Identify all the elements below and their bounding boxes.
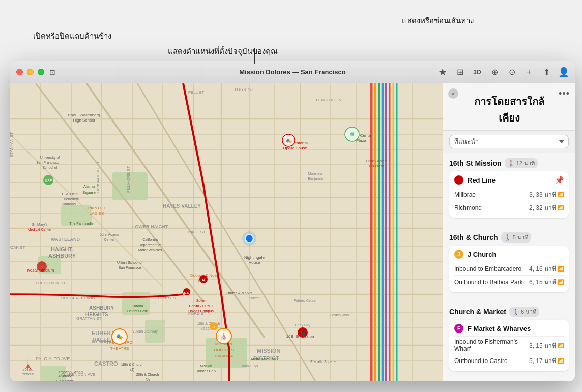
svg-text:HEIGHTS: HEIGHTS [85, 312, 108, 317]
svg-text:Urban School of: Urban School of [117, 261, 142, 264]
route-time-fishermans: 3, 15 นาที 📶 [529, 341, 564, 350]
section-church-market: Church & Market 🚶 6 นาที F F Market & Wh… [443, 301, 575, 376]
svg-text:Benedetti: Benedetti [64, 197, 79, 201]
filter-select[interactable]: ที่แนะนำ รถบัส รถไฟ เรือ [449, 135, 569, 148]
route-embarcadero: Inbound to Embarcadero 4, 16 นาที 📶 [454, 262, 564, 275]
sidebar-close-button[interactable]: × [448, 88, 458, 99]
svg-text:HENRY ST: HENRY ST [158, 296, 178, 300]
svg-text:Alamo: Alamo [83, 184, 95, 189]
section-header-church: 16th & Church 🚶 5 นาที [449, 232, 569, 243]
f-line-dot: F [454, 324, 463, 333]
svg-text:DIVISADERO ST: DIVISADERO ST [96, 161, 100, 193]
svg-text:(J): (J) [146, 378, 150, 381]
svg-text:N: N [202, 278, 205, 282]
transit-line-red[interactable]: Red Line 📌 Millbrae 3, 33 นาที 📶 Richmon… [449, 171, 569, 218]
titlebar: ⊡ Mission Dolores — San Francisco ⊞ 3D ⊕… [10, 61, 575, 83]
main-window: ⊡ Mission Dolores — San Francisco ⊞ 3D ⊕… [10, 61, 575, 381]
route-dest-richmond: Richmond [454, 204, 529, 212]
svg-text:Shizen: Shizen [249, 296, 260, 300]
section-16th-st-mission: 16th St Mission 🚶 12 นาที Red Line 📌 Mil… [443, 153, 575, 223]
minimize-button[interactable] [27, 69, 34, 75]
svg-text:🏛: 🏛 [350, 132, 355, 137]
section-badge-16th: 🚶 12 นาที [505, 158, 538, 168]
pin-icon: 📌 [555, 176, 564, 184]
route-millbrae: Millbrae 3, 33 นาที 📶 [454, 188, 564, 201]
annotation-routes: แสดงหรือซ่อนเส้นทาง [402, 15, 474, 26]
svg-text:Vulcan Stairway: Vulcan Stairway [132, 329, 158, 334]
svg-text:Elementary: Elementary [56, 379, 74, 381]
svg-text:High School: High School [73, 118, 95, 123]
svg-text:🗼: 🗼 [23, 359, 33, 369]
svg-text:Alvarado: Alvarado [58, 374, 72, 378]
route-dest-embarcadero: Inbound to Embarcadero [454, 265, 529, 273]
line-header-red: Red Line 📌 [454, 175, 564, 185]
window-title: Mission Dolores — San Francisco [239, 68, 346, 76]
layers-button[interactable]: ⊞ [455, 67, 465, 77]
route-richmond: Richmond 2, 32 นาที 📶 [454, 201, 564, 214]
svg-text:TOWER: TOWER [22, 373, 34, 376]
svg-text:ROOSEVELT WAY: ROOSEVELT WAY [61, 296, 96, 300]
svg-text:DOLORES: DOLORES [214, 348, 234, 352]
transit-line-f[interactable]: F F Market & Wharves Inbound to Fisherma… [449, 320, 569, 371]
maximize-button[interactable] [38, 69, 44, 75]
svg-text:Heights Park: Heights Park [127, 309, 148, 313]
svg-text:Costco Who...: Costco Who... [330, 313, 352, 317]
svg-text:Civic Center/: Civic Center/ [366, 159, 387, 163]
section-16th-church: 16th & Church 🚶 5 นาที J J Church Inboun… [443, 227, 575, 297]
route-dest-castro: Outbound to Castro [454, 357, 529, 365]
sidebar-toggle-icon[interactable]: ⊡ [49, 68, 55, 76]
route-dest-fishermans: Inbound to Fisherman's Wharf [454, 338, 529, 352]
routes-button[interactable]: ⊙ [507, 67, 517, 77]
section-header-16th: 16th St Mission 🚶 12 นาที [449, 158, 569, 168]
sidebar-more-button[interactable]: ••• [559, 88, 570, 99]
map-area[interactable]: TURK ST TENDERLOIN STANYAN ST DIVISADERO… [10, 83, 443, 381]
svg-text:St. Mary's: St. Mary's [32, 223, 48, 227]
svg-text:K: K [41, 265, 43, 269]
svg-text:Opera House: Opera House [283, 146, 307, 150]
profile-button[interactable]: 👤 [559, 67, 569, 77]
route-time-castro: 5, 17 นาที 📶 [529, 356, 564, 366]
section-title-market: Church & Market [449, 308, 506, 316]
annotation-location: แสดงตำแหน่งที่ตั้งปัจจุบันของคุณ [168, 46, 278, 56]
svg-text:Square: Square [82, 190, 96, 195]
share-button[interactable]: ⬆ [541, 67, 551, 77]
svg-text:HAYES VALLEY: HAYES VALLEY [163, 203, 201, 209]
route-balboa: Outbound to Balboa Park 6, 15 นาที 📶 [454, 275, 564, 288]
svg-text:FELL ST: FELL ST [188, 90, 204, 95]
svg-text:FILLMORE ST: FILLMORE ST [126, 166, 131, 193]
svg-text:Rooftop School: Rooftop School [59, 370, 83, 374]
svg-text:Sutter: Sutter [196, 299, 206, 303]
j-line-dot: J [454, 250, 463, 259]
svg-text:Potrero Center: Potrero Center [294, 299, 317, 303]
svg-text:TURK ST: TURK ST [234, 87, 254, 92]
annotation-sidebar: เปิดหรือปิดแถบด้านข้าง [33, 31, 111, 41]
svg-text:PAINTED: PAINTED [88, 206, 105, 210]
transit-button[interactable]: ⊕ [489, 67, 500, 77]
svg-text:LOWER HAIGHT: LOWER HAIGHT [132, 224, 168, 229]
svg-text:PALO ALTO AVE: PALO ALTO AVE [36, 356, 70, 361]
svg-text:ASHBURY: ASHBURY [48, 253, 76, 259]
line-header-j: J J Church [454, 250, 564, 259]
svg-text:BASILICA: BASILICA [215, 354, 234, 358]
svg-text:Franklin Square: Franklin Square [310, 360, 336, 364]
svg-text:The Panhandle: The Panhandle [69, 222, 94, 225]
svg-text:USF Field: USF Field [62, 192, 77, 196]
svg-text:🎭: 🎭 [286, 138, 292, 144]
sidebar-filter: ที่แนะนำ รถบัส รถไฟ เรือ [443, 131, 575, 153]
svg-text:J: J [213, 325, 215, 329]
3d-button[interactable]: 3D [472, 67, 482, 77]
svg-text:Diamond: Diamond [62, 202, 76, 206]
svg-text:(J,22): (J,22) [201, 327, 211, 331]
section-header-market: Church & Market 🚶 6 นาที [449, 307, 569, 317]
route-castro: Outbound to Castro 5, 17 นาที 📶 [454, 354, 564, 367]
svg-text:Raoul Wallenberg: Raoul Wallenberg [68, 113, 100, 117]
svg-text:California: California [142, 238, 158, 242]
zoom-in-button[interactable]: + [524, 67, 534, 77]
sidebar-title: การโดยสารใกล้เคียง [449, 94, 569, 126]
location-button[interactable] [438, 67, 448, 77]
svg-text:Center: Center [104, 238, 115, 242]
svg-text:School of: School of [42, 166, 57, 169]
close-button[interactable] [16, 69, 23, 75]
svg-text:USF: USF [45, 179, 52, 183]
transit-line-j[interactable]: J J Church Inbound to Embarcadero 4, 16 … [449, 246, 569, 292]
